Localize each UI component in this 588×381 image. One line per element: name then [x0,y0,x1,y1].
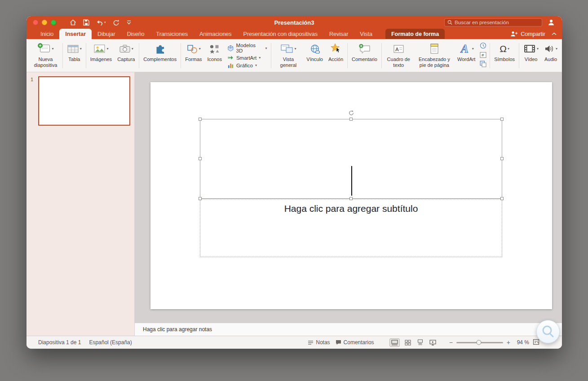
ribbon-button-label: Encabezado y pie de página [417,57,452,68]
close-window-button[interactable] [33,20,38,25]
icons-gallery-icon [209,44,220,54]
new-slide-button[interactable]: ▾ Nueva diapositiva [30,40,61,71]
shapes-button[interactable]: ▾ Formas [182,40,204,71]
object-button[interactable] [480,61,486,69]
notes-page-view-button[interactable] [416,338,424,346]
share-label: Compartir [521,31,545,37]
undo-button[interactable]: ▾ [96,20,106,26]
pictures-button[interactable]: ▾ Imágenes [88,40,115,71]
group-separator [271,43,271,68]
tab-dibujar[interactable]: Dibujar [92,29,121,39]
help-search-fab[interactable] [536,320,560,343]
minimize-window-button[interactable] [42,20,47,25]
wordart-button[interactable]: A ▾ WordArt [455,40,478,71]
text-cursor [351,166,352,196]
tab-revisar[interactable]: Revisar [323,29,354,39]
resize-handle[interactable] [199,197,202,200]
video-button[interactable]: ▾ Vídeo [521,40,541,71]
ribbon: ▾ Nueva diapositiva ▾ Tabla ▾ Imágenes ▾ [27,39,562,72]
language-selector[interactable]: Español (España) [89,339,132,346]
symbols-button[interactable]: Ω ▾ Símbolos [491,40,517,71]
home-button[interactable] [70,19,76,26]
slide-sorter-view-button[interactable] [403,339,412,346]
tab-formato-de-forma[interactable]: Formato de forma [385,29,445,39]
comments-toggle[interactable]: Comentarios [336,339,374,346]
zoom-out-button[interactable]: − [449,339,453,346]
chevron-down-icon: ▾ [255,63,257,67]
search-input[interactable] [455,20,539,25]
resize-handle[interactable] [349,197,353,200]
resize-handle[interactable] [500,197,504,200]
text-box-button[interactable]: A Cuadro de texto [383,40,414,71]
group-separator [519,43,519,68]
summary-zoom-icon [280,44,293,54]
chevron-down-icon: ▾ [508,47,509,51]
normal-view-button[interactable] [389,338,400,347]
ribbon-button-label: Vídeo [525,57,538,62]
audio-button[interactable]: ▾ Audio [541,40,560,71]
notes-pane[interactable]: Haga clic para agregar notas [135,323,562,336]
zoom-slider-thumb[interactable] [476,340,481,345]
ribbon-button-label: Símbolos [494,57,515,62]
zoom-slider[interactable] [456,342,503,343]
slide-number-button[interactable]: # [480,52,486,60]
home-icon [70,19,76,26]
resize-handle[interactable] [500,118,504,121]
illustrations-stack: Modelos 3D ▾ SmartArt ▾ Gráfico ▾ [225,40,270,71]
search-box[interactable] [444,18,542,26]
wordart-icon: A [459,43,471,55]
date-time-button[interactable] [480,42,486,51]
tab-inicio[interactable]: Inicio [35,29,59,39]
account-button[interactable] [548,19,555,27]
table-button[interactable]: ▾ Tabla [64,40,84,71]
tab-transiciones[interactable]: Transiciones [150,29,194,39]
svg-text:A: A [460,43,469,55]
header-footer-button[interactable]: Encabezado y pie de página [414,40,455,71]
redo-button[interactable] [113,19,119,26]
share-button[interactable]: Compartir [510,31,545,37]
subtitle-placeholder[interactable]: Haga clic para agregar subtítulo [200,199,502,257]
chevron-up-icon [552,32,557,35]
3d-models-button[interactable]: Modelos 3D ▾ [227,43,267,53]
screenshot-button[interactable]: ▾ Captura [115,40,137,71]
resize-handle[interactable] [500,157,504,160]
comment-button[interactable]: Comentario [349,40,380,71]
chart-button[interactable]: Gráfico ▾ [227,62,267,69]
zoom-window-button[interactable] [51,20,56,25]
tab-insertar[interactable]: Insertar [59,29,92,39]
zoom-in-button[interactable]: + [507,339,510,346]
tab-animaciones[interactable]: Animaciones [194,29,238,39]
link-button[interactable]: Vínculo [304,40,326,71]
slide-canvas[interactable]: Haga clic para agregar subtítulo [150,82,552,309]
resize-handle[interactable] [199,157,202,160]
ribbon-button-label: Captura [117,57,135,62]
resize-handle[interactable] [349,118,353,121]
save-button[interactable] [83,19,89,26]
icons-button[interactable]: Iconos [205,40,225,71]
comments-toggle-label: Comentarios [344,339,374,346]
tab-diseno[interactable]: Diseño [121,29,150,39]
title-placeholder[interactable] [200,119,502,199]
zoom-level-label[interactable]: 94 % [514,339,529,346]
notes-toggle[interactable]: Notas [308,339,330,346]
audio-speaker-icon [544,44,555,53]
add-ins-button[interactable]: Complementos [141,40,179,71]
zoom-links-button[interactable]: ▾ Vista general [273,40,304,71]
app-window: ▾ Presentación3 Inicio Insertar Dibujar … [27,16,562,349]
collapse-ribbon-button[interactable] [552,32,557,35]
smartart-button[interactable]: SmartArt ▾ [227,54,267,61]
action-button[interactable]: Acción [326,40,346,71]
quick-access-customize-button[interactable] [126,20,132,25]
resize-handle[interactable] [199,118,202,121]
fit-slide-button[interactable] [533,339,539,346]
rotation-handle[interactable] [348,109,354,118]
save-icon [83,19,89,26]
embed-object-icon [480,61,486,67]
tab-presentacion-con-diapositivas[interactable]: Presentación con diapositivas [238,29,323,39]
table-icon [67,44,79,54]
tab-vista[interactable]: Vista [354,29,378,39]
ribbon-button-label: Imágenes [90,57,112,62]
slideshow-view-button[interactable] [428,339,438,346]
slide-thumbnail[interactable] [38,76,130,126]
undo-icon [96,20,103,26]
